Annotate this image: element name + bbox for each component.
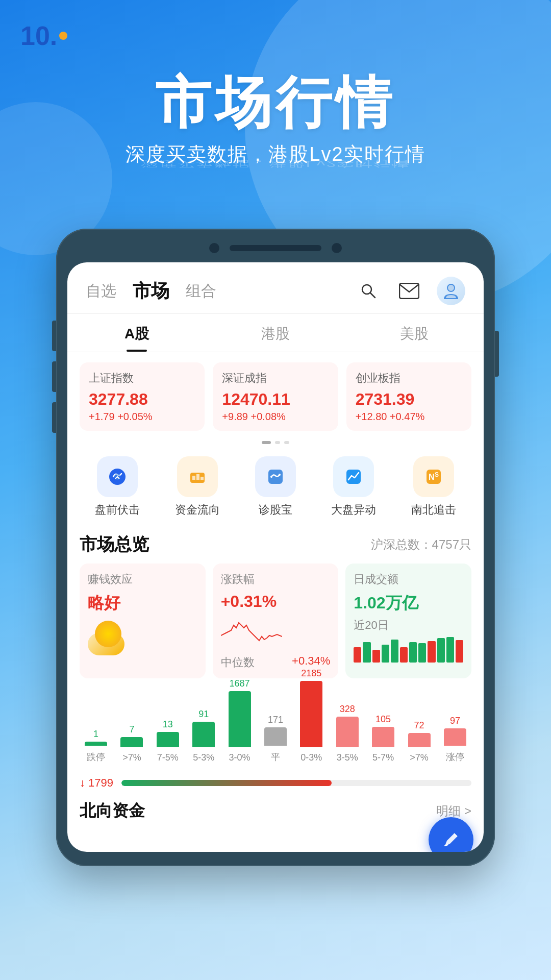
distribution-bar-chart: 1 跌停 7 >7% 13 7-5% <box>67 687 484 771</box>
bar-label-03: 0-3% <box>300 752 322 763</box>
svg-point-4 <box>448 285 454 291</box>
pen-icon <box>440 828 462 851</box>
bar-label-zhangtting: 涨停 <box>446 751 464 763</box>
svg-rect-10 <box>201 477 204 480</box>
tab-hk-stock[interactable]: 港股 <box>206 314 345 352</box>
svg-point-13 <box>279 474 281 476</box>
app-header: 自选 市场 组合 <box>67 262 484 314</box>
index-cards: 上证指数 3277.88 +1.79 +0.05% 深证成指 12470.11 … <box>67 352 484 439</box>
indicator-bar <box>121 780 471 786</box>
bar-label-gt7: >7% <box>122 752 141 763</box>
bar-rect-gt7 <box>120 737 143 747</box>
risefall-chart <box>221 615 331 648</box>
shenzhen-value: 12470.11 <box>222 390 329 409</box>
index-card-shanghai[interactable]: 上证指数 3277.88 +1.79 +0.05% <box>80 362 205 431</box>
bar-label-35: 3-5% <box>337 752 358 763</box>
bar-label-57: 5-7% <box>372 752 394 763</box>
svg-rect-8 <box>192 476 195 480</box>
tab-shichang[interactable]: 市场 <box>133 279 169 304</box>
fab-spacer <box>67 826 484 852</box>
trading-card[interactable]: 日成交额 1.02万亿 近20日 <box>345 564 471 678</box>
top-bar: 10 . <box>0 0 551 61</box>
earn-effect-title: 赚钱效应 <box>88 572 197 587</box>
detail-link[interactable]: 明细 > <box>436 803 471 819</box>
bar-30: 1687 3-0% <box>229 678 251 763</box>
hero-section: 市场行情 深度买卖数据，港股Lv2实时行情 深度买卖数据，港股Lv2实时行情 <box>0 61 551 213</box>
svg-text:N: N <box>429 473 435 481</box>
phone-notch <box>67 243 484 253</box>
tab-zixuan[interactable]: 自选 <box>86 281 116 302</box>
tab-us-stock[interactable]: 美股 <box>345 314 484 352</box>
bar-03: 2185 0-3% <box>300 668 322 763</box>
risefall-sub-value: +0.34% <box>292 654 330 668</box>
bar-rect-ping <box>264 727 287 746</box>
bar-zhangtting: 97 涨停 <box>444 716 466 763</box>
bar-val-diting: 1 <box>93 729 98 740</box>
risefail-card[interactable]: 涨跌幅 +0.31% 中位数 +0.34% <box>213 564 339 678</box>
bar-rect-75 <box>157 732 179 747</box>
quick-icon-panqian[interactable]: 盘前伏击 <box>95 456 140 518</box>
bar-val-zhangtting: 97 <box>450 716 460 726</box>
bar-val-ping: 171 <box>268 715 283 725</box>
bar-label-53: 5-3% <box>193 752 214 763</box>
index-card-shenzhen[interactable]: 深证成指 12470.11 +9.89 +0.08% <box>213 362 338 431</box>
speaker-bar <box>230 245 321 251</box>
north-funds-title: 北向资金 <box>80 800 145 822</box>
bar-53: 91 5-3% <box>192 709 215 763</box>
avatar[interactable] <box>437 277 465 305</box>
quick-icon-zhengubao[interactable]: 诊股宝 <box>255 456 296 518</box>
bar-label-diting: 跌停 <box>87 751 105 763</box>
overview-cards: 赚钱效应 略好 涨跌幅 +0.31% <box>67 564 484 687</box>
chuangye-value: 2731.39 <box>356 390 462 409</box>
chuangye-change: +12.80 +0.47% <box>356 411 462 423</box>
bar-diting: 1 跌停 <box>85 729 107 763</box>
bar-label-30: 3-0% <box>229 752 251 763</box>
bar-35: 328 3-5% <box>336 704 359 763</box>
quick-icon-nanbei[interactable]: N S 南北追击 <box>411 456 456 518</box>
dot-1 <box>262 441 271 444</box>
shanghai-title: 上证指数 <box>89 371 195 386</box>
shenzhen-title: 深证成指 <box>222 371 329 386</box>
logo: 10 . <box>20 20 67 51</box>
mail-icon-btn[interactable] <box>396 278 422 304</box>
trading-title: 日成交额 <box>354 572 463 587</box>
hero-title: 市场行情 <box>20 71 531 133</box>
dapan-label: 大盘异动 <box>331 502 376 518</box>
north-funds-header: 北向资金 明细 > <box>67 795 484 826</box>
svg-rect-9 <box>196 474 199 480</box>
bar-ping: 171 平 <box>264 715 287 763</box>
bar-rect-53 <box>192 722 215 747</box>
bottom-indicator: ↓ 1799 <box>67 771 484 795</box>
indicator-down-label: ↓ 1799 <box>80 776 113 790</box>
bar-label-75: 7-5% <box>157 752 179 763</box>
tab-a-stock[interactable]: A股 <box>67 314 206 352</box>
bar-val-53: 91 <box>198 709 209 720</box>
bar-57: 105 5-7% <box>372 714 394 763</box>
risefall-sub-label: 中位数 <box>221 655 255 670</box>
index-card-chuangye[interactable]: 创业板指 2731.39 +12.80 +0.47% <box>346 362 471 431</box>
shanghai-change: +1.79 +0.05% <box>89 411 195 423</box>
bar-rect-30 <box>229 691 251 747</box>
bar-gt7: 7 >7% <box>120 724 143 763</box>
bar-rect-57 <box>372 727 394 747</box>
phone-screen: 自选 市场 组合 <box>67 262 484 852</box>
panqian-label: 盘前伏击 <box>95 502 140 518</box>
search-icon-btn[interactable] <box>355 278 382 304</box>
svg-text:S: S <box>435 471 439 478</box>
trading-sub: 近20日 <box>354 618 463 633</box>
bar-val-03: 2185 <box>301 668 321 679</box>
nanbei-icon-bg: N S <box>413 456 454 497</box>
quick-icons-row: 盘前伏击 资金流向 <box>67 446 484 528</box>
trading-value: 1.02万亿 <box>354 592 463 615</box>
phone-outer: 自选 市场 组合 <box>56 229 495 866</box>
svg-rect-2 <box>399 283 419 299</box>
svg-line-1 <box>370 293 375 298</box>
quick-icon-zijin[interactable]: 资金流向 <box>175 456 220 518</box>
hero-subtitle-mirror: 深度买卖数据，港股Lv2实时行情 <box>20 158 531 169</box>
market-overview-title: 市场总览 <box>80 533 149 556</box>
quick-icon-dapan[interactable]: 大盘异动 <box>331 456 376 518</box>
bar-val-57: 105 <box>375 714 391 725</box>
tab-zuhe[interactable]: 组合 <box>186 281 216 302</box>
earn-effect-card[interactable]: 赚钱效应 略好 <box>80 564 206 678</box>
bar-lt7: 72 >7% <box>408 720 431 763</box>
